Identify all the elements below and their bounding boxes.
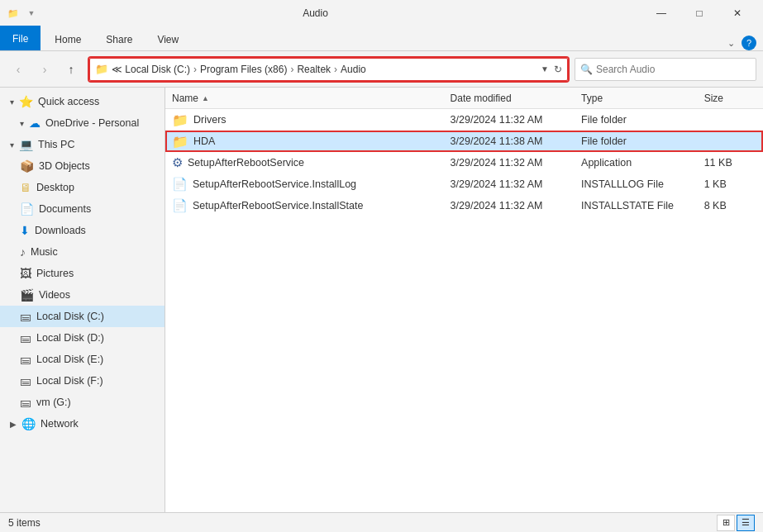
this-pc-chevron-icon: ▾: [10, 140, 14, 150]
back-button[interactable]: ‹: [7, 58, 30, 81]
view-grid-button[interactable]: ⊞: [717, 515, 735, 531]
file-name-installlog: 📄 SetupAfterRebootService.InstallLog: [165, 173, 444, 195]
col-header-type[interactable]: Type: [575, 89, 698, 107]
help-icon[interactable]: ?: [742, 36, 756, 50]
network-icon: 🌐: [21, 417, 36, 430]
folder-hda-icon: 📁: [172, 134, 188, 150]
maximize-button[interactable]: □: [680, 0, 718, 26]
file-date-setup: 3/29/2024 11:32 AM: [444, 152, 575, 173]
sidebar-item-downloads[interactable]: ⬇ Downloads: [0, 220, 165, 241]
tab-home[interactable]: Home: [42, 27, 93, 50]
sidebar-item-local-disk-f[interactable]: 🖴 Local Disk (F:): [0, 370, 165, 392]
address-bar[interactable]: 📁 ≪ Local Disk (C:) › Program Files (x86…: [89, 58, 568, 81]
view-list-button[interactable]: ☰: [737, 515, 755, 531]
onedrive-chevron-icon: ▾: [20, 119, 24, 128]
breadcrumb-local-disk[interactable]: ≪ Local Disk (C:): [112, 64, 190, 75]
up-button[interactable]: ↑: [60, 58, 83, 81]
sidebar-item-network[interactable]: ▶ 🌐 Network: [0, 413, 165, 435]
status-count: 5 items: [8, 517, 41, 529]
file-pane: Name ▲ Date modified Type Size 📁 Drivers…: [165, 88, 763, 512]
close-button[interactable]: ✕: [718, 0, 756, 26]
sidebar-item-3d-objects[interactable]: 📦 3D Objects: [0, 155, 165, 177]
window-title: Audio: [0, 7, 636, 19]
sidebar-item-local-disk-d[interactable]: 🖴 Local Disk (D:): [0, 327, 165, 349]
music-icon: ♪: [20, 245, 26, 259]
cloud-icon: ☁: [29, 116, 41, 130]
status-bar: 5 items ⊞ ☰: [0, 512, 763, 532]
sidebar-label-vm-g: vm (G:): [36, 397, 71, 408]
folder-desktop-icon: 🖥: [20, 181, 31, 194]
ribbon-tabs: File Home Share View ⌄ ?: [0, 26, 763, 51]
col-header-date[interactable]: Date modified: [444, 89, 575, 107]
tab-view[interactable]: View: [145, 27, 191, 50]
breadcrumb-audio[interactable]: Audio: [341, 64, 366, 75]
drive-e-icon: 🖴: [20, 353, 31, 366]
sidebar-label-local-disk-c: Local Disk (C:): [36, 311, 104, 322]
file-name-installstate: 📄 SetupAfterRebootService.InstallState: [165, 195, 444, 216]
sidebar-label-local-disk-e: Local Disk (E:): [36, 354, 103, 365]
sidebar-item-pictures[interactable]: 🖼 Pictures: [0, 263, 165, 284]
doc-installstate-icon: 📄: [172, 198, 188, 213]
file-row-hda[interactable]: 📁 HDA 3/29/2024 11:38 AM File folder: [165, 131, 763, 152]
sidebar-label-network: Network: [41, 418, 79, 430]
file-row-drivers[interactable]: 📁 Drivers 3/29/2024 11:32 AM File folder: [165, 109, 763, 131]
sidebar-label-desktop: Desktop: [36, 182, 74, 193]
sidebar-label-quick-access: Quick access: [38, 96, 99, 107]
col-header-name[interactable]: Name ▲: [165, 89, 444, 107]
sidebar-item-onedrive[interactable]: ▾ ☁ OneDrive - Personal: [0, 112, 165, 134]
file-row-installstate[interactable]: 📄 SetupAfterRebootService.InstallState 3…: [165, 195, 763, 216]
sidebar-item-quick-access[interactable]: ▾ ⭐ Quick access: [0, 91, 165, 112]
file-type-drivers: File folder: [575, 109, 698, 131]
tab-share[interactable]: Share: [93, 27, 145, 50]
sidebar-label-music: Music: [31, 246, 58, 258]
downloads-icon: ⬇: [20, 224, 30, 237]
sidebar-item-documents[interactable]: 📄 Documents: [0, 198, 165, 220]
breadcrumb-realtek[interactable]: Realtek: [297, 64, 331, 75]
pictures-icon: 🖼: [20, 267, 31, 280]
minimize-button[interactable]: —: [642, 0, 680, 26]
sidebar-label-downloads: Downloads: [35, 225, 86, 236]
folder-icon: 📁: [95, 63, 108, 75]
sidebar-item-videos[interactable]: 🎬 Videos: [0, 284, 165, 306]
status-view-buttons: ⊞ ☰: [717, 515, 755, 531]
title-bar-controls: — □ ✕: [642, 0, 756, 26]
address-dropdown-icon[interactable]: ▼: [541, 64, 549, 74]
tab-file[interactable]: File: [0, 26, 41, 50]
file-size-installstate: 8 KB: [698, 195, 763, 216]
sidebar-item-vm-g[interactable]: 🖴 vm (G:): [0, 392, 165, 413]
folder-3d-icon: 📦: [20, 159, 34, 173]
file-date-installlog: 3/29/2024 11:32 AM: [444, 173, 575, 195]
search-input[interactable]: [596, 64, 751, 75]
file-size-hda: [698, 131, 763, 152]
sidebar: ▾ ⭐ Quick access ▾ ☁ OneDrive - Personal…: [0, 88, 165, 512]
title-bar: 📁 ▼ Audio — □ ✕: [0, 0, 763, 26]
sidebar-label-pictures: Pictures: [36, 268, 74, 279]
sidebar-item-local-disk-c[interactable]: 🖴 Local Disk (C:): [0, 306, 165, 327]
doc-installlog-icon: 📄: [172, 177, 188, 192]
sort-arrow-icon: ▲: [202, 94, 209, 102]
file-date-drivers: 3/29/2024 11:32 AM: [444, 109, 575, 131]
videos-icon: 🎬: [20, 288, 34, 302]
sidebar-item-local-disk-e[interactable]: 🖴 Local Disk (E:): [0, 349, 165, 370]
sidebar-item-this-pc[interactable]: ▾ 💻 This PC: [0, 134, 165, 155]
folder-drivers-icon: 📁: [172, 112, 188, 128]
file-row-installlog[interactable]: 📄 SetupAfterRebootService.InstallLog 3/2…: [165, 173, 763, 195]
sidebar-item-music[interactable]: ♪ Music: [0, 241, 165, 263]
col-header-size[interactable]: Size: [698, 89, 763, 107]
file-type-setup: Application: [575, 152, 698, 173]
sidebar-item-desktop[interactable]: 🖥 Desktop: [0, 177, 165, 198]
sidebar-label-this-pc: This PC: [38, 139, 74, 150]
address-refresh-icon[interactable]: ↻: [554, 64, 562, 75]
file-header: Name ▲ Date modified Type Size: [165, 88, 763, 109]
sidebar-label-local-disk-f: Local Disk (F:): [36, 375, 103, 387]
breadcrumb-program-files[interactable]: Program Files (x86): [200, 64, 287, 75]
sidebar-label-local-disk-d: Local Disk (D:): [36, 332, 104, 344]
ribbon-collapse-icon[interactable]: ⌄: [727, 38, 735, 49]
file-size-drivers: [698, 109, 763, 131]
search-box[interactable]: 🔍: [575, 58, 756, 81]
drive-f-icon: 🖴: [20, 374, 31, 387]
file-row-setup[interactable]: ⚙ SetupAfterRebootService 3/29/2024 11:3…: [165, 152, 763, 173]
pc-icon: 💻: [19, 138, 33, 151]
file-type-installstate: INSTALLSTATE File: [575, 195, 698, 216]
forward-button[interactable]: ›: [33, 58, 56, 81]
